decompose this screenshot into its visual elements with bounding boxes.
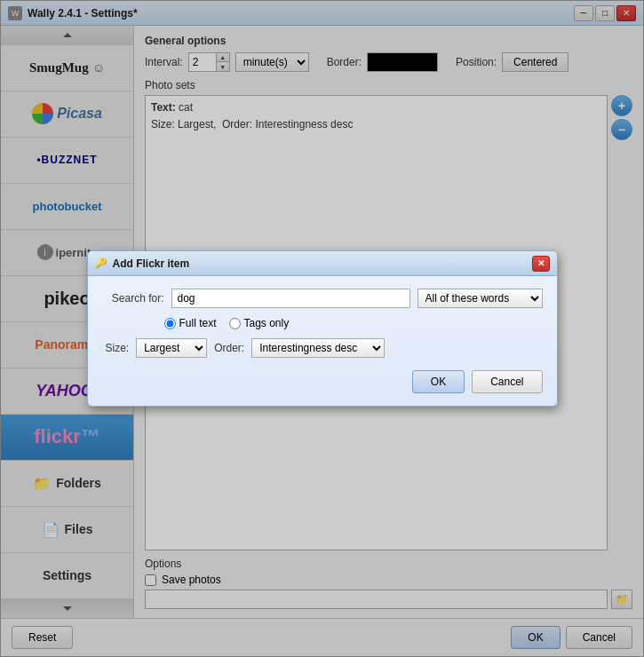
search-row: Search for: All of these words Any of th… [102,289,543,308]
order-dropdown[interactable]: Interestingness desc Interestingness asc… [251,338,385,358]
dialog-titlebar: 🔑 Add Flickr item ✕ [88,251,557,276]
fulltext-radio-label[interactable]: Full text [164,317,217,329]
add-flickr-dialog: 🔑 Add Flickr item ✕ Search for: All of t… [87,250,558,407]
dialog-cancel-button[interactable]: Cancel [472,370,542,393]
fulltext-label: Full text [179,317,217,329]
order-label: Order: [214,342,244,354]
size-label: Size: [106,342,130,354]
dialog-title: Add Flickr item [113,257,532,270]
size-dropdown[interactable]: Largest Large Medium Small [136,338,207,358]
dialog-actions: OK Cancel [102,370,543,393]
search-input[interactable] [171,289,410,308]
search-type-dropdown[interactable]: All of these words Any of these words No… [417,289,543,308]
search-mode-group: Full text Tags only [164,317,543,329]
dialog-close-button[interactable]: ✕ [532,256,550,272]
tags-radio[interactable] [229,318,241,329]
modal-overlay: 🔑 Add Flickr item ✕ Search for: All of t… [0,0,644,657]
tags-radio-label[interactable]: Tags only [229,317,290,329]
tags-label: Tags only [244,317,290,329]
size-order-row: Size: Largest Large Medium Small Order: … [106,338,543,358]
dialog-body: Search for: All of these words Any of th… [88,276,557,406]
dialog-ok-button[interactable]: OK [412,370,465,393]
dialog-icon: 🔑 [95,257,107,270]
fulltext-radio[interactable] [164,318,176,329]
search-label: Search for: [102,292,164,305]
